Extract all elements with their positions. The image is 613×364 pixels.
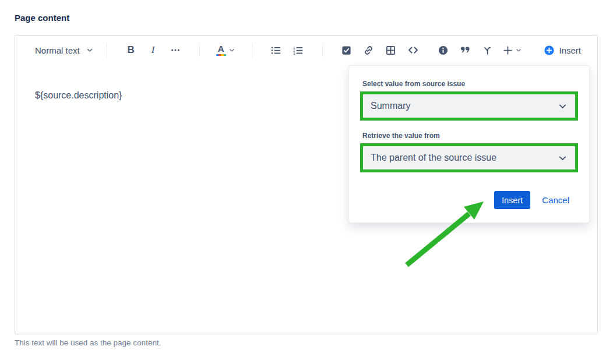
code-button[interactable]	[406, 43, 421, 58]
page: Page content Normal text B I A	[0, 0, 613, 364]
table-icon	[385, 45, 396, 56]
decision-icon	[482, 45, 493, 56]
bold-button[interactable]: B	[124, 43, 139, 58]
italic-icon: I	[152, 44, 155, 56]
more-icon	[170, 45, 181, 55]
bullet-list-icon	[270, 45, 281, 56]
retrieve-from-select[interactable]: The parent of the source issue	[363, 146, 575, 169]
green-highlight-box: Summary	[360, 91, 578, 121]
source-field-select[interactable]: Summary	[363, 94, 575, 118]
svg-text:3: 3	[293, 51, 295, 55]
more-formatting-button[interactable]	[168, 43, 183, 58]
code-icon	[407, 44, 419, 56]
text-color-button[interactable]: A	[216, 43, 235, 58]
text-color-icon: A	[216, 44, 226, 56]
green-highlight-box: The parent of the source issue	[360, 143, 578, 172]
task-checkbox-icon	[341, 45, 352, 56]
info-icon	[438, 45, 449, 56]
table-button[interactable]	[383, 43, 399, 58]
decision-button[interactable]	[480, 43, 495, 58]
text-style-label: Normal text	[35, 45, 80, 55]
template-variable-text: ${source.description}	[35, 90, 122, 100]
link-button[interactable]	[361, 43, 376, 58]
italic-button[interactable]: I	[146, 43, 161, 58]
task-list-button[interactable]	[339, 43, 354, 58]
numbered-list-icon: 123	[293, 45, 304, 56]
source-field-group: Select value from source issue Summary	[360, 80, 578, 121]
text-style-dropdown[interactable]: Normal text	[35, 45, 94, 55]
insert-menu-label: Insert	[559, 45, 581, 55]
numbered-list-button[interactable]: 123	[291, 43, 306, 58]
bullet-list-button[interactable]	[269, 43, 284, 58]
plus-icon	[502, 45, 513, 56]
insert-element-button[interactable]	[502, 43, 522, 58]
bold-icon: B	[128, 44, 135, 56]
toolbar-divider	[252, 43, 252, 57]
popup-actions: Insert Cancel	[360, 191, 578, 209]
retrieve-from-value: The parent of the source issue	[371, 153, 496, 163]
chevron-down-icon	[558, 153, 568, 163]
plus-circle-icon	[544, 45, 555, 56]
chevron-down-icon	[515, 47, 522, 54]
quote-button[interactable]	[458, 43, 473, 58]
toolbar-divider	[322, 43, 323, 57]
editor-toolbar: Normal text B I A	[15, 36, 597, 65]
page-title: Page content	[15, 13, 69, 23]
chevron-down-icon	[228, 47, 235, 54]
retrieve-from-group: Retrieve the value from The parent of th…	[360, 132, 578, 172]
insert-field-popup: Select value from source issue Summary R…	[348, 65, 590, 223]
quote-icon	[460, 44, 471, 56]
toolbar-divider	[199, 43, 200, 57]
chevron-down-icon	[86, 46, 94, 54]
cancel-button[interactable]: Cancel	[542, 195, 569, 205]
rainbow-underline	[216, 54, 226, 56]
insert-button[interactable]: Insert	[494, 191, 530, 209]
retrieve-from-label: Retrieve the value from	[362, 132, 578, 140]
insert-menu-button[interactable]: Insert	[544, 45, 581, 56]
info-panel-button[interactable]	[436, 43, 451, 58]
source-field-label: Select value from source issue	[362, 80, 578, 88]
chevron-down-icon	[558, 101, 568, 111]
helper-text: This text will be used as the page conte…	[15, 338, 161, 347]
link-icon	[363, 45, 374, 56]
toolbar-divider	[107, 43, 107, 57]
source-field-value: Summary	[371, 101, 410, 111]
